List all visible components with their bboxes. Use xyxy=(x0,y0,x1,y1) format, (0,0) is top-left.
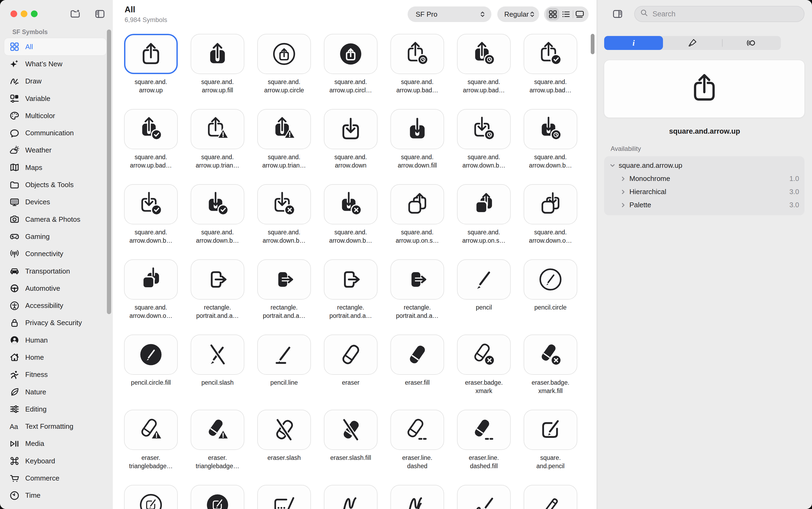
symbol-tile-eraser-line-dashed-fill[interactable] xyxy=(457,410,511,450)
sidebar-item-text-formatting[interactable]: AaText Formatting xyxy=(4,418,106,435)
sidebar-scrollbar[interactable] xyxy=(107,30,111,314)
symbol-tile-share-up-badge-clock[interactable] xyxy=(391,34,444,74)
symbol-tile-eraser-fill-badge-tri[interactable] xyxy=(191,410,244,450)
symbol-tile-share-up-fill-badge-check[interactable] xyxy=(124,109,178,149)
symbol-tile-eraser-slash[interactable] xyxy=(257,410,311,450)
symbol-tile-eraser[interactable] xyxy=(324,335,377,375)
symbol-tile-eraser-fill[interactable] xyxy=(391,335,444,375)
symbol-tile-square-pencil-circle[interactable] xyxy=(124,485,178,509)
sidebar-item-what-s-new[interactable]: What’s New xyxy=(4,55,106,72)
symbol-tile-share-up-badge-tri[interactable] xyxy=(191,109,244,149)
symbol-tile-scribble-variable[interactable] xyxy=(391,485,444,509)
sidebar-item-automotive[interactable]: Automotive xyxy=(4,280,106,297)
symbol-tile-share-down-fill-badge-check[interactable] xyxy=(191,184,244,225)
symbol-cell: square.and. arrow.up.on.s… xyxy=(391,184,444,259)
inspector-tab-info[interactable]: i xyxy=(604,36,663,50)
toggle-sidebar-icon[interactable] xyxy=(95,9,105,19)
view-mode-gallery[interactable] xyxy=(573,8,586,21)
search-input[interactable] xyxy=(651,9,799,19)
symbol-tile-rect-arrow-right-fill[interactable] xyxy=(391,259,444,300)
symbol-tile-share-down-fill-badge-x[interactable] xyxy=(324,184,377,225)
sidebar-item-draw[interactable]: Draw xyxy=(4,73,106,90)
sidebar-item-human[interactable]: Human xyxy=(4,332,106,349)
sidebar-item-devices[interactable]: Devices xyxy=(4,194,106,211)
view-mode-list[interactable] xyxy=(559,8,573,21)
sidebar-item-objects-tools[interactable]: Objects & Tools xyxy=(4,176,106,193)
symbol-tile-eraser-line-dashed[interactable] xyxy=(391,410,444,450)
view-mode-grid[interactable] xyxy=(546,8,559,21)
search-field[interactable] xyxy=(634,6,805,22)
inspector-tab-variable-color[interactable] xyxy=(722,36,781,50)
symbol-tile-share-up-circle-fill[interactable] xyxy=(324,34,377,74)
symbol-tile-share-up-on-square-fill[interactable] xyxy=(457,184,511,225)
symbol-tile-share-down-badge-check[interactable] xyxy=(124,184,178,225)
sidebar-item-home[interactable]: Home xyxy=(4,349,106,366)
symbol-tile-eraser-badge-x[interactable] xyxy=(457,335,511,375)
availability-row-palette[interactable]: Palette 3.0 xyxy=(610,198,799,211)
symbol-tile-share-up-fill-badge-tri[interactable] xyxy=(257,109,311,149)
symbol-tile-share-up[interactable] xyxy=(124,34,178,74)
symbol-tile-share-down-fill[interactable] xyxy=(391,109,444,149)
minimize-button[interactable] xyxy=(21,10,27,17)
sidebar-item-privacy-security[interactable]: Privacy & Security xyxy=(4,314,106,332)
weight-select[interactable]: Regular xyxy=(497,6,539,22)
sidebar-item-time[interactable]: Time xyxy=(4,487,106,504)
symbol-tile-rect-arrow-right-fill[interactable] xyxy=(257,259,311,300)
sidebar-item-editing[interactable]: Editing xyxy=(4,401,106,418)
sidebar-item-media[interactable]: Media xyxy=(4,435,106,452)
sidebar-item-communication[interactable]: Communication xyxy=(4,124,106,141)
symbol-tile-pencil[interactable] xyxy=(457,259,511,300)
sidebar-item-multicolor[interactable]: Multicolor xyxy=(4,107,106,124)
symbol-tile-rect-arrow-right[interactable] xyxy=(191,259,244,300)
symbol-tile-share-down-badge-x[interactable] xyxy=(257,184,311,225)
grid-scrollbar[interactable] xyxy=(591,34,595,54)
symbol-tile-rect-pencil-ellipsis[interactable] xyxy=(257,485,311,509)
toggle-right-panel-icon[interactable] xyxy=(609,6,626,22)
symbol-tile-share-up-on-square[interactable] xyxy=(391,184,444,225)
symbol-tile-share-up-circle[interactable] xyxy=(257,34,311,74)
symbol-tile-pencil-circle-fill[interactable] xyxy=(124,335,178,375)
symbol-tile-scribble[interactable] xyxy=(324,485,377,509)
sidebar-item-variable[interactable]: Variable xyxy=(4,90,106,107)
sidebar-item-connectivity[interactable]: Connectivity xyxy=(4,245,106,263)
sidebar-item-commerce[interactable]: Commerce xyxy=(4,470,106,487)
close-button[interactable] xyxy=(10,10,17,17)
symbol-tile-share-up-fill[interactable] xyxy=(191,34,244,74)
symbol-tile-eraser-badge-tri[interactable] xyxy=(124,410,178,450)
symbol-tile-eraser-fill-badge-x[interactable] xyxy=(523,335,577,375)
sidebar-item-accessibility[interactable]: Accessibility xyxy=(4,297,106,314)
availability-row-hierarchical[interactable]: Hierarchical 3.0 xyxy=(610,185,799,198)
inspector-tab-rendering[interactable] xyxy=(663,36,722,50)
sidebar-item-camera-photos[interactable]: Camera & Photos xyxy=(4,211,106,228)
symbol-tile-pencil-line[interactable] xyxy=(257,335,311,375)
symbol-tile-pencil-slash[interactable] xyxy=(191,335,244,375)
sidebar-item-all[interactable]: All xyxy=(4,38,106,55)
sidebar-item-fitness[interactable]: Fitness xyxy=(4,366,106,383)
availability-root-row[interactable]: square.and.arrow.up xyxy=(610,159,799,172)
symbol-tile-share-down[interactable] xyxy=(324,109,377,149)
sidebar-item-transportation[interactable]: Transportation xyxy=(4,263,106,280)
symbol-tile-pencil-scribble[interactable] xyxy=(457,485,511,509)
symbol-tile-share-down-badge-clock[interactable] xyxy=(457,109,511,149)
sidebar-item-maps[interactable]: Maps xyxy=(4,159,106,176)
symbol-tile-eraser-slash-fill[interactable] xyxy=(324,410,377,450)
grid-icon xyxy=(7,42,22,52)
symbol-tile-pencil-circle[interactable] xyxy=(523,259,577,300)
sidebar-item-weather[interactable]: Weather xyxy=(4,142,106,159)
symbol-tile-share-up-fill-badge-clock[interactable] xyxy=(457,34,511,74)
font-select[interactable]: SF Pro xyxy=(408,6,492,22)
symbol-tile-square-pencil[interactable] xyxy=(523,410,577,450)
symbol-tile-share-down-on-square[interactable] xyxy=(523,184,577,225)
symbol-tile-rect-arrow-right[interactable] xyxy=(324,259,377,300)
sidebar-item-gaming[interactable]: Gaming xyxy=(4,228,106,245)
symbol-tile-share-down-fill-badge-clock[interactable] xyxy=(523,109,577,149)
symbol-tile-share-down-on-square-fill[interactable] xyxy=(124,259,178,300)
zoom-button[interactable] xyxy=(31,10,38,17)
sidebar-item-nature[interactable]: Nature xyxy=(4,383,106,401)
symbol-tile-share-up-badge-check[interactable] xyxy=(523,34,577,74)
availability-row-monochrome[interactable]: Monochrome 1.0 xyxy=(610,172,799,185)
symbol-tile-pencil-outline[interactable] xyxy=(523,485,577,509)
symbol-tile-square-pencil-circle-fill[interactable] xyxy=(191,485,244,509)
sidebar-item-keyboard[interactable]: Keyboard xyxy=(4,452,106,470)
new-folder-icon[interactable] xyxy=(70,9,80,19)
